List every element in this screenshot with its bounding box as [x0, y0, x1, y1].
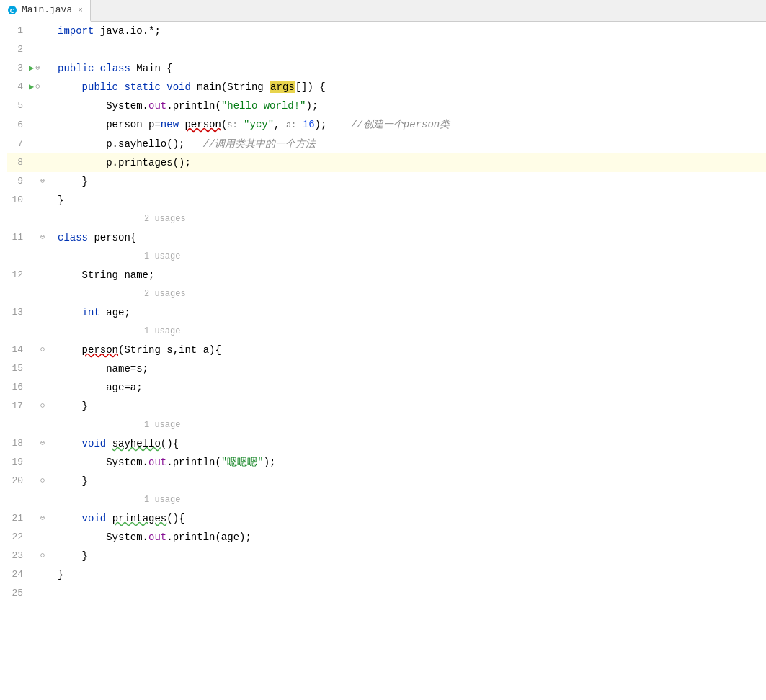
line-num-15: 15	[7, 359, 29, 378]
fold-icon-23[interactable]: ⊖	[40, 547, 45, 565]
line-12: 12 String name;	[7, 266, 766, 284]
code-20[interactable]: }	[58, 472, 766, 490]
line-3: 3 ▶ ⊖ public class Main {	[7, 59, 766, 78]
line-num-4: 4	[7, 78, 29, 97]
line-15: 15 name=s;	[7, 359, 766, 378]
code-14[interactable]: person(String s,int a){	[58, 341, 766, 359]
gutter-3[interactable]: ▶ ⊖	[29, 59, 58, 78]
line-23: 23 ⊖ }	[7, 547, 766, 565]
gutter-4[interactable]: ▶ ⊖	[29, 78, 58, 97]
line-num-6: 6	[7, 116, 29, 135]
gutter-17[interactable]: ⊖	[29, 397, 58, 416]
line-num-19: 19	[7, 453, 29, 472]
line-num-23: 23	[7, 547, 29, 565]
line-num-13: 13	[7, 303, 29, 322]
line-18: 18 ⊖ void sayhello(){	[7, 434, 766, 453]
usage-hint-1usage-name: 0 1 usage	[7, 247, 766, 266]
line-num-12: 12	[7, 266, 29, 284]
line-2: 2	[7, 40, 766, 59]
line-num-17: 17	[7, 397, 29, 416]
fold-icon-3[interactable]: ⊖	[35, 59, 40, 78]
code-1[interactable]: import java.io.*;	[58, 22, 766, 40]
line-21: 21 ⊖ void printages(){	[7, 509, 766, 528]
fold-icon-4[interactable]: ⊖	[35, 78, 40, 97]
fold-icon-20[interactable]: ⊖	[40, 472, 45, 490]
usage-text-6: 1 usage	[58, 493, 180, 507]
code-4[interactable]: public static void main(String args[]) {	[58, 78, 766, 97]
run-icon-4[interactable]: ▶	[29, 78, 34, 97]
gutter-18[interactable]: ⊖	[29, 434, 58, 453]
line-11: 11 ⊖ class person{	[7, 228, 766, 247]
fold-icon-9[interactable]: ⊖	[40, 172, 45, 191]
code-7[interactable]: p.sayhello(); //调用类其中的一个方法	[58, 135, 766, 153]
usage-text-2: 1 usage	[58, 249, 180, 264]
line-4: 4 ▶ ⊖ public static void main(String arg…	[7, 78, 766, 97]
code-12[interactable]: String name;	[58, 266, 766, 284]
usage-text-3: 2 usages	[58, 287, 186, 301]
line-8: 8 p.printages();	[7, 153, 766, 172]
line-num-8: 8	[7, 153, 29, 172]
tab-bar: C Main.java ×	[0, 0, 766, 22]
line-num-3: 3	[7, 59, 29, 78]
usage-hint-2usages2: 0 2 usages	[7, 284, 766, 303]
line-19: 19 System.out.println("嗯嗯嗯");	[7, 453, 766, 472]
code-21[interactable]: void printages(){	[58, 509, 766, 528]
gutter-23[interactable]: ⊖	[29, 547, 58, 565]
run-icon-3[interactable]: ▶	[29, 59, 34, 78]
window: C Main.java × 1 import java.io.*; 2 3	[0, 0, 766, 700]
usage-hint-1usage3: 0 1 usage	[7, 416, 766, 434]
editor-area: 1 import java.io.*; 2 3 ▶ ⊖ public class…	[0, 22, 766, 700]
gutter-9[interactable]: ⊖	[29, 172, 58, 191]
usage-text-5: 1 usage	[58, 418, 180, 432]
code-22[interactable]: System.out.println(age);	[58, 528, 766, 547]
fold-icon-17[interactable]: ⊖	[40, 397, 45, 416]
line-5: 5 System.out.println("hello world!");	[7, 97, 766, 115]
gutter-20[interactable]: ⊖	[29, 472, 58, 490]
line-6: 6 person p=new person(s: "ycy", a: 16); …	[7, 115, 766, 135]
svg-text:C: C	[10, 7, 15, 14]
code-19[interactable]: System.out.println("嗯嗯嗯");	[58, 453, 766, 472]
code-3[interactable]: public class Main {	[58, 59, 766, 78]
fold-icon-18[interactable]: ⊖	[40, 434, 45, 453]
line-10: 10 }	[7, 191, 766, 210]
code-5[interactable]: System.out.println("hello world!");	[58, 97, 766, 115]
tab-main-java[interactable]: C Main.java ×	[0, 0, 91, 22]
code-8[interactable]: p.printages();	[58, 153, 766, 172]
line-num-25: 25	[7, 584, 29, 603]
line-num-10: 10	[7, 191, 29, 210]
tab-label: Main.java	[22, 4, 72, 15]
tab-close-button[interactable]: ×	[78, 6, 83, 14]
fold-icon-14[interactable]: ⊖	[40, 341, 45, 359]
code-16[interactable]: age=a;	[58, 378, 766, 397]
code-content: 1 import java.io.*; 2 3 ▶ ⊖ public class…	[0, 22, 766, 700]
code-10[interactable]: }	[58, 191, 766, 210]
line-num-2: 2	[7, 40, 29, 59]
fold-icon-21[interactable]: ⊖	[40, 509, 45, 528]
gutter-14[interactable]: ⊖	[29, 341, 58, 359]
fold-icon-11[interactable]: ⊖	[40, 228, 45, 247]
gutter-21[interactable]: ⊖	[29, 509, 58, 528]
line-num-14: 14	[7, 341, 29, 359]
line-num-7: 7	[7, 135, 29, 153]
line-num-5: 5	[7, 97, 29, 115]
line-1: 1 import java.io.*;	[7, 22, 766, 40]
code-13[interactable]: int age;	[58, 303, 766, 322]
usage-text-4: 1 usage	[58, 324, 180, 338]
line-14: 14 ⊖ person(String s,int a){	[7, 341, 766, 359]
code-11[interactable]: class person{	[58, 228, 766, 247]
code-15[interactable]: name=s;	[58, 359, 766, 378]
code-17[interactable]: }	[58, 397, 766, 416]
usage-hint-1usage2: 0 1 usage	[7, 322, 766, 341]
code-9[interactable]: }	[58, 172, 766, 191]
code-18[interactable]: void sayhello(){	[58, 434, 766, 453]
code-6[interactable]: person p=new person(s: "ycy", a: 16); //…	[58, 115, 766, 135]
usage-hint-2usages: 0 2 usages	[7, 210, 766, 228]
line-num-20: 20	[7, 472, 29, 490]
code-24[interactable]: }	[58, 565, 766, 584]
line-13: 13 int age;	[7, 303, 766, 322]
gutter-11[interactable]: ⊖	[29, 228, 58, 247]
line-20: 20 ⊖ }	[7, 472, 766, 490]
line-num-1: 1	[7, 22, 29, 40]
code-23[interactable]: }	[58, 547, 766, 565]
line-17: 17 ⊖ }	[7, 397, 766, 416]
